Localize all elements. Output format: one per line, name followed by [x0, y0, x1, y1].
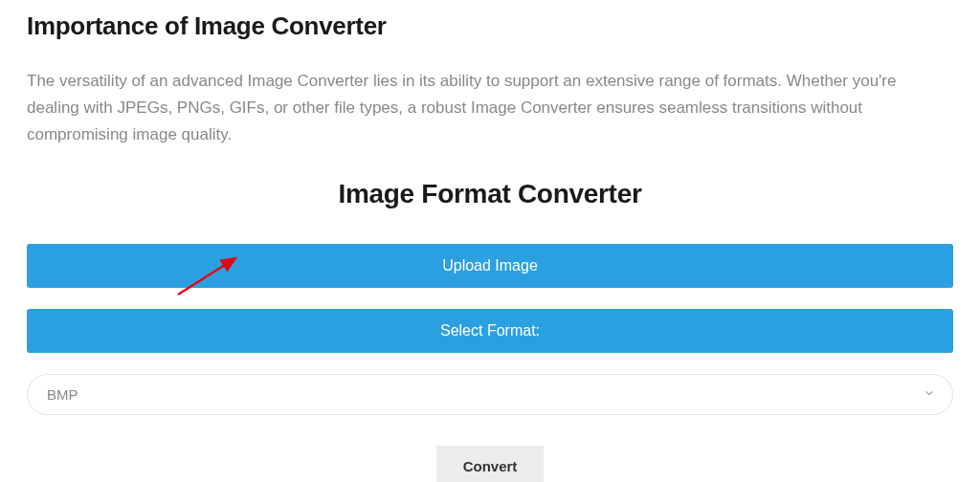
convert-button[interactable]: Convert	[436, 446, 545, 482]
select-format-label: Select Format:	[27, 309, 953, 353]
tool-heading: Image Format Converter	[27, 179, 953, 209]
format-select-wrap: BMP	[27, 374, 953, 415]
upload-image-button[interactable]: Upload Image	[27, 244, 953, 288]
format-select[interactable]: BMP	[27, 374, 953, 415]
section-description: The versatility of an advanced Image Con…	[27, 68, 953, 148]
section-heading: Importance of Image Converter	[27, 11, 953, 41]
